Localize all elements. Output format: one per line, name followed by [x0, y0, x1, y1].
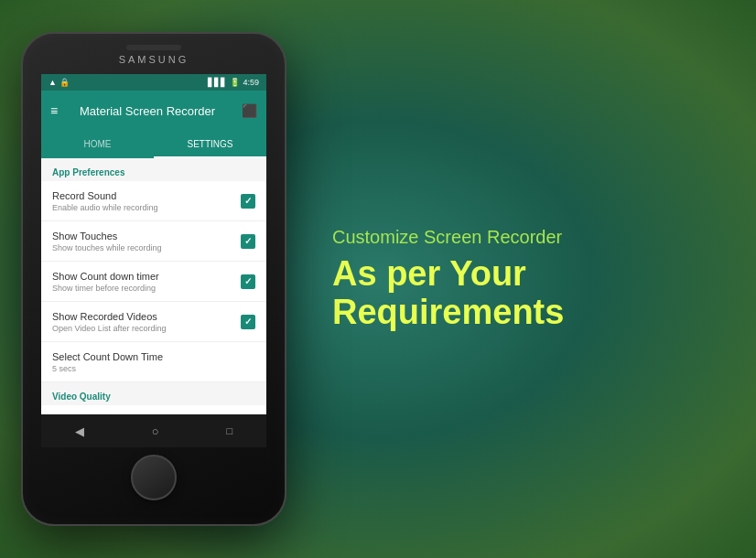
setting-record-sound[interactable]: Record Sound Enable audio while recordin…: [41, 181, 266, 221]
setting-show-touches[interactable]: Show Touches Show touches while recordin…: [41, 221, 266, 262]
setting-countdown-time[interactable]: Select Count Down Time 5 secs: [41, 342, 266, 382]
section-video-quality: Video Quality: [41, 382, 266, 405]
alert-icon: ▲: [49, 78, 57, 87]
status-right: ▋▋▋ 🔋 4:59: [208, 78, 259, 87]
checkbox-show-touches[interactable]: [241, 234, 255, 249]
settings-content: App Preferences Record Sound Enable audi…: [41, 158, 266, 414]
app-tabs: HOME SETTINGS: [41, 131, 266, 158]
status-left: ▲ 🔒: [49, 78, 70, 87]
tab-home[interactable]: HOME: [41, 131, 154, 158]
setting-title-record-sound: Record Sound: [52, 190, 241, 201]
checkbox-record-sound[interactable]: [241, 194, 255, 209]
menu-icon[interactable]: ≡: [50, 103, 72, 118]
action-icon[interactable]: ⬛: [242, 103, 257, 118]
phone-bottom: [23, 447, 285, 511]
setting-video-quality[interactable]: Select Video Quality HD 720p (N/A on all…: [41, 405, 266, 414]
setting-countdown-timer[interactable]: Show Count down timer Show timer before …: [41, 262, 266, 302]
app-toolbar: ≡ Material Screen Recorder ⬛: [41, 91, 266, 131]
setting-subtitle-record-sound: Enable audio while recording: [52, 203, 241, 212]
home-button-physical[interactable]: [131, 455, 177, 500]
promo-section: Customize Screen Recorder As per Your Re…: [286, 226, 735, 332]
tab-settings[interactable]: SETTINGS: [154, 131, 266, 158]
setting-title-show-touches: Show Touches: [52, 231, 241, 241]
app-title: Material Screen Recorder: [80, 104, 242, 118]
main-scene: SAMSUNG ▲ 🔒 ▋▋▋ 🔋 4:59 ≡ Mate: [21, 18, 735, 540]
signal-icon: ▋▋▋: [208, 78, 227, 87]
home-button-nav[interactable]: ○: [152, 424, 159, 438]
phone-top: SAMSUNG: [23, 34, 285, 74]
phone-body: SAMSUNG ▲ 🔒 ▋▋▋ 🔋 4:59 ≡ Mate: [21, 32, 286, 526]
setting-show-recorded[interactable]: Show Recorded Videos Open Video List aft…: [41, 302, 266, 342]
back-button[interactable]: ◀: [75, 424, 84, 438]
phone-mockup: SAMSUNG ▲ 🔒 ▋▋▋ 🔋 4:59 ≡ Mate: [21, 32, 286, 526]
checkbox-show-recorded[interactable]: [241, 315, 255, 329]
promo-line1: Customize Screen Recorder: [332, 226, 735, 248]
setting-subtitle-show-recorded: Open Video List after recording: [52, 324, 241, 333]
setting-title-show-recorded: Show Recorded Videos: [52, 311, 241, 322]
status-bar: ▲ 🔒 ▋▋▋ 🔋 4:59: [41, 74, 266, 91]
setting-subtitle-countdown: Show timer before recording: [52, 284, 241, 293]
phone-speaker: [126, 45, 181, 50]
battery-icon: 🔋: [230, 78, 240, 87]
section-app-preferences: App Preferences: [41, 158, 266, 181]
setting-subtitle-show-touches: Show touches while recording: [52, 243, 241, 252]
promo-line2: As per Your Requirements: [332, 255, 735, 332]
bottom-nav-bar: ◀ ○ □: [41, 414, 266, 447]
lock-icon: 🔒: [59, 78, 70, 87]
setting-title-countdown-time: Select Count Down Time: [52, 351, 255, 362]
setting-subtitle-countdown-time: 5 secs: [52, 364, 255, 373]
phone-screen: ≡ Material Screen Recorder ⬛ HOME SETTIN…: [41, 91, 266, 447]
time-display: 4:59: [243, 78, 259, 87]
checkbox-countdown[interactable]: [241, 274, 255, 289]
setting-title-countdown: Show Count down timer: [52, 271, 241, 282]
recents-button[interactable]: □: [226, 425, 232, 436]
brand-label: SAMSUNG: [119, 54, 189, 65]
